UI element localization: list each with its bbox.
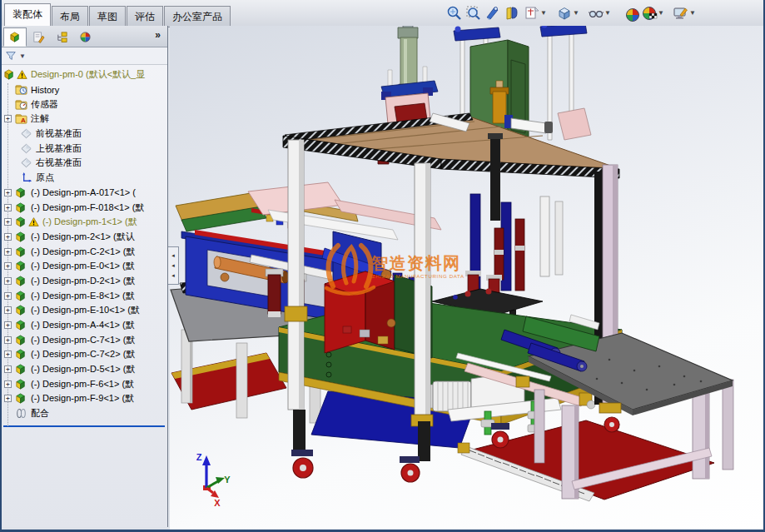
edit-appearance-icon[interactable]	[623, 5, 639, 22]
tree-item-origin[interactable]: 原点	[2, 171, 167, 186]
tree-item-component[interactable]: +(-) Design-pm-A-4<1> (默	[2, 318, 167, 333]
expand-icon[interactable]: +	[4, 233, 12, 241]
hide-show-items-icon[interactable]	[588, 5, 604, 22]
tab-display-manager[interactable]	[73, 27, 97, 47]
apply-scene-icon[interactable]	[641, 5, 658, 22]
plane-icon	[20, 127, 32, 140]
apply-scene-dropdown[interactable]: ▼	[657, 9, 665, 17]
command-tabs: 装配体 布局 草图 评估 办公室产品	[4, 3, 231, 27]
view-orientation-icon[interactable]	[524, 5, 540, 22]
tree-item-right-plane[interactable]: 右视基准面	[2, 156, 167, 171]
expand-icon[interactable]: +	[4, 277, 12, 285]
tab-sketch[interactable]: 草图	[89, 6, 126, 27]
tree-item-component[interactable]: +(-) Design-pm-E-0<1> (默	[2, 259, 167, 274]
zoom-to-selection-icon[interactable]	[484, 5, 501, 22]
filter-funnel-icon	[5, 50, 17, 62]
tree-item-component[interactable]: +(-) Design-pm-E-8<1> (默	[2, 288, 167, 303]
warning-icon	[17, 69, 27, 80]
tab-layout[interactable]: 布局	[52, 6, 88, 27]
component-icon	[15, 348, 27, 360]
component-icon	[15, 201, 27, 214]
tree-item-front-plane[interactable]: 前视基准面	[2, 127, 167, 142]
expand-icon[interactable]: +	[4, 218, 12, 226]
tree-item-component[interactable]: +(-) Design-pm-C-2<1> (默	[2, 244, 167, 259]
warning-icon	[28, 216, 39, 227]
sensors-folder-icon	[15, 98, 27, 111]
tree-item-top-plane[interactable]: 上视基准面	[2, 141, 167, 156]
hide-show-items-dropdown[interactable]: ▼	[604, 9, 612, 17]
expand-icon[interactable]: +	[4, 292, 12, 300]
tree-item-sensors[interactable]: 传感器	[2, 97, 167, 112]
feature-tree: Design-pm-0 (默认<默认_显 History 传感器 + 注解 前视…	[2, 65, 167, 427]
expand-icon[interactable]: +	[4, 321, 12, 329]
panel-splitter[interactable]: ◂ ◂ ◂	[168, 246, 179, 285]
tree-item-annotations[interactable]: + 注解	[2, 112, 167, 127]
plane-icon	[20, 142, 32, 155]
component-icon	[15, 246, 27, 258]
expand-icon[interactable]: +	[4, 336, 12, 344]
tab-assembly[interactable]: 装配体	[4, 3, 51, 27]
tree-filter-bar[interactable]: ▼	[2, 47, 167, 65]
view-orientation-dropdown[interactable]: ▼	[539, 9, 548, 17]
zoom-to-area-icon[interactable]	[465, 5, 482, 22]
section-view-icon[interactable]	[504, 5, 521, 22]
expand-icon[interactable]: +	[4, 306, 12, 314]
tree-item-component[interactable]: +(-) Design-pm-A-017<1> (	[2, 186, 167, 201]
rollback-bar[interactable]	[3, 425, 165, 427]
expand-icon[interactable]: +	[4, 365, 12, 373]
tree-item-history[interactable]: History	[2, 82, 167, 97]
tree-item-component[interactable]: +(-) Design-pm-D-5<1> (默	[2, 362, 167, 377]
view-settings-dropdown[interactable]: ▼	[688, 9, 697, 17]
component-icon	[15, 290, 27, 302]
tab-office-products[interactable]: 办公室产品	[164, 6, 231, 27]
tree-item-component[interactable]: +(-) Design-pm-2<1> (默认	[2, 230, 167, 245]
tree-item-component[interactable]: +(-) Design-pm-C-7<2> (默	[2, 347, 167, 362]
tab-evaluate[interactable]: 评估	[127, 6, 163, 27]
triad-z-label: Z	[196, 452, 202, 462]
component-icon	[15, 334, 27, 346]
expand-icon[interactable]: +	[4, 189, 12, 196]
component-icon	[15, 392, 27, 405]
expand-icon[interactable]: +	[4, 115, 12, 122]
expand-icon[interactable]: +	[4, 351, 12, 358]
zoom-to-fit-icon[interactable]	[446, 5, 463, 22]
tree-item-component[interactable]: +(-) Design-pm-F-6<1> (默	[2, 376, 167, 391]
panel-tabs-overflow[interactable]: »	[155, 29, 161, 41]
filter-dropdown-arrow[interactable]: ▼	[19, 52, 26, 60]
expand-icon[interactable]: +	[4, 395, 12, 402]
expand-icon[interactable]: +	[4, 204, 12, 211]
coordinate-triad: Z Y X	[196, 452, 231, 508]
view-settings-icon[interactable]	[673, 5, 689, 22]
component-icon	[15, 216, 27, 228]
component-icon	[15, 260, 27, 272]
tree-item-component[interactable]: +(-) Design-pm-F-018<1> (默	[2, 200, 167, 215]
component-icon	[15, 378, 27, 390]
tree-item-component[interactable]: +(-) Design-pm-E-10<1> (默	[2, 303, 167, 318]
expand-icon[interactable]: +	[4, 380, 12, 388]
command-manager-bar: 装配体 布局 草图 评估 办公室产品 ▼ ▼ ▼	[2, 0, 763, 27]
tab-property-manager[interactable]	[27, 27, 50, 47]
tab-configuration-manager[interactable]	[50, 27, 73, 47]
triad-y-label: Y	[224, 475, 231, 485]
tree-item-component[interactable]: +(-) Design-pm-D-2<1> (默	[2, 274, 167, 289]
component-icon	[15, 231, 27, 243]
tree-item-component[interactable]: +(-) Design-pm-C-7<1> (默	[2, 332, 167, 347]
display-style-dropdown[interactable]: ▼	[572, 9, 580, 17]
feature-manager-panel: » ▼ Design-pm-0 (默认<默认_显 History 传感器 +	[2, 26, 168, 527]
plane-icon	[20, 157, 32, 169]
machine-3d-view[interactable]: 智造资料网 ZHIZAO MANUFACTURING DATA Z Y X	[170, 26, 765, 530]
tree-item-mates[interactable]: 配合	[2, 406, 167, 421]
display-style-icon[interactable]	[556, 5, 573, 22]
expand-icon[interactable]: +	[4, 262, 12, 270]
component-icon	[15, 186, 27, 199]
expand-icon[interactable]: +	[4, 248, 12, 256]
graphics-viewport[interactable]: 智造资料网 ZHIZAO MANUFACTURING DATA Z Y X	[170, 26, 765, 530]
panel-tab-strip: »	[2, 26, 167, 47]
tab-featuremanager-tree[interactable]	[3, 27, 27, 47]
watermark-cn: 智造资料网	[370, 254, 461, 272]
tree-item-component[interactable]: +(-) Design-pm-F-9<1> (默	[2, 391, 167, 406]
triad-x-label: X	[214, 498, 221, 508]
mates-paperclip-icon	[15, 407, 27, 420]
tree-item-component-warning[interactable]: +(-) Design-pm-1<1> (默	[2, 215, 167, 230]
tree-item-root[interactable]: Design-pm-0 (默认<默认_显	[2, 67, 167, 82]
